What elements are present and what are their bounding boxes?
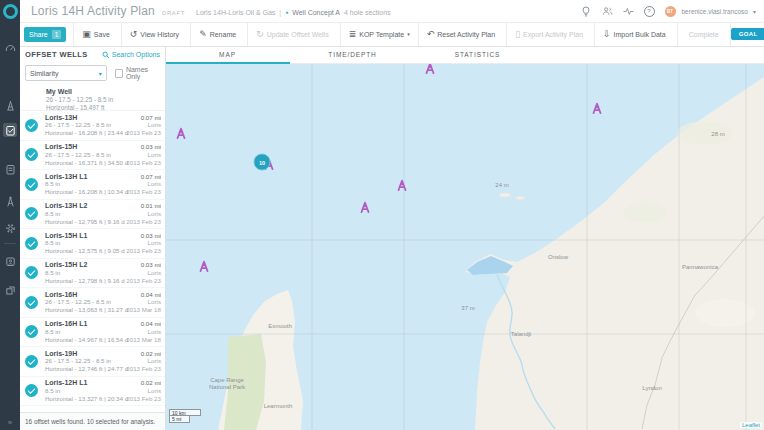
well-selected-check-icon[interactable] — [25, 148, 38, 161]
engineering-compass-icon[interactable] — [0, 190, 20, 212]
map-area: MAP TIME/DEPTH STATISTICS — [165, 46, 764, 430]
user-menu-chevron-icon[interactable]: ▾ — [753, 8, 756, 15]
tips-lightbulb-icon[interactable] — [581, 6, 592, 17]
toolbar-button[interactable]: Complete — [677, 22, 731, 46]
well-detail: Horizontal - 12,746 ft | 24.77 d — [45, 365, 126, 373]
well-selected-check-icon[interactable] — [25, 266, 38, 279]
app-header: Loris 14H Activity Plan DRAFT Loris 14H-… — [0, 0, 764, 23]
well-spud-date: 2013 Mar 18 — [126, 306, 161, 314]
well-selected-check-icon[interactable] — [25, 207, 38, 220]
offset-wells-footer: 16 offset wells found. 10 selected for a… — [20, 412, 165, 430]
well-cluster-marker[interactable]: 10 — [254, 154, 271, 171]
names-only-checkbox[interactable] — [115, 69, 123, 78]
map-view-tab[interactable]: STATISTICS — [415, 46, 540, 63]
toolbar-button-label: Save — [94, 31, 110, 38]
well-selected-check-icon[interactable] — [25, 384, 38, 397]
scheduler-icon[interactable] — [0, 250, 20, 272]
well-name: Loris-13H L2 — [45, 202, 126, 210]
toolbar-button[interactable]: ✎ Rename — [190, 22, 247, 46]
well-detail: Horizontal - 14,967 ft | 16.54 d — [45, 336, 126, 344]
toolbar-button-icon: ↺ — [130, 30, 138, 39]
offset-well-row[interactable]: Loris-13H L1 8.5 in Horizontal - 16,208 … — [20, 170, 165, 200]
breadcrumb-well: Loris 14H-Loris Oil & Gas — [196, 9, 275, 16]
well-spud-date: 2013 Feb 23 — [126, 129, 161, 137]
names-only-toggle[interactable]: Names Only — [115, 66, 160, 80]
dashboard-icon[interactable] — [0, 37, 20, 59]
avatar[interactable]: BT — [665, 6, 676, 17]
well-marker-derrick-icon[interactable] — [396, 178, 408, 196]
well-spud-date: 2013 Feb 23 — [126, 277, 161, 285]
map-view-tab[interactable]: TIME/DEPTH — [290, 46, 415, 63]
activity-plan-icon[interactable] — [3, 123, 17, 137]
well-name: Loris-13H — [45, 114, 126, 122]
well-marker-derrick-icon[interactable] — [424, 63, 436, 79]
toolbar-button-icon: ⇩ — [603, 30, 611, 39]
well-spud-date: 2013 Feb 23 — [126, 218, 161, 226]
concept-dot-icon: ● — [285, 9, 288, 15]
well-field: Loris — [126, 298, 161, 306]
toolbar-button-icon: ▯ — [515, 30, 520, 39]
well-selected-check-icon[interactable] — [25, 296, 38, 309]
offset-well-row[interactable]: Loris-15H 26 - 17.5 - 12.25 - 8.5 in Hor… — [20, 141, 165, 171]
offset-wells-controls: Similarity ▾ Names Only — [25, 63, 160, 83]
toolbar-button[interactable]: ▣ Save — [73, 22, 120, 46]
map-canvas[interactable]: Onslow Pannawonica Talandji Lyndon Exmou… — [165, 63, 764, 430]
well-selected-check-icon[interactable] — [25, 178, 38, 191]
settings-gear-icon[interactable] — [0, 217, 20, 239]
well-selected-check-icon[interactable] — [25, 325, 38, 338]
well-sizes: 8.5 in — [45, 239, 126, 247]
well-selected-check-icon[interactable] — [25, 119, 38, 132]
well-selected-check-icon[interactable] — [25, 237, 38, 250]
reports-icon[interactable] — [0, 158, 20, 180]
well-detail: Horizontal - 12,798 ft | 9.16 d — [45, 277, 126, 285]
sort-similarity-dropdown[interactable]: Similarity ▾ — [25, 65, 107, 81]
well-marker-derrick-icon[interactable] — [359, 200, 371, 218]
names-only-label: Names Only — [126, 66, 160, 80]
projects-grid-icon[interactable] — [0, 279, 20, 301]
my-well-item[interactable]: My Well 26 - 17.5 - 12.25 - 8.5 in Horiz… — [46, 88, 161, 112]
toolbar-button[interactable]: ▯ Export Activity Plan — [506, 22, 594, 46]
toolbar-button[interactable]: ↺ View History — [121, 22, 190, 46]
well-marker-derrick-icon[interactable] — [175, 126, 187, 144]
collaborators-icon[interactable] — [602, 6, 613, 17]
hole-sections-label: 4 hole sections — [344, 9, 391, 16]
toolbar-button-label: Export Activity Plan — [523, 31, 583, 38]
offset-well-row[interactable]: Loris-12H L1 8.5 in Horizontal - 13,327 … — [20, 377, 165, 407]
map-view-tab[interactable]: MAP — [165, 46, 290, 63]
well-spud-date: 2013 Feb 23 — [126, 365, 161, 373]
offset-well-row[interactable]: Loris-19H 26 - 17.5 - 12.25 - 8.5 in Hor… — [20, 347, 165, 377]
help-icon[interactable]: ? — [644, 6, 655, 17]
well-selected-check-icon[interactable] — [25, 355, 38, 368]
toolbar-button-label: Rename — [210, 31, 236, 38]
chevron-down-icon: ▾ — [99, 70, 102, 77]
offset-well-row[interactable]: Loris-13H L2 8.5 in Horizontal - 12,795 … — [20, 200, 165, 230]
toolbar-button-icon: ↻ — [256, 30, 264, 39]
well-detail: Horizontal - 12,575 ft | 9.05 d — [45, 247, 126, 255]
app-logo[interactable] — [0, 0, 20, 22]
well-marker-derrick-icon[interactable] — [591, 101, 603, 119]
activity-pulse-icon[interactable] — [623, 6, 634, 17]
offset-well-row[interactable]: Loris-16H L1 8.5 in Horizontal - 14,967 … — [20, 318, 165, 348]
map-attribution-link[interactable]: Leaflet — [740, 422, 762, 428]
goal-toggle-button[interactable]: GOAL — [731, 28, 764, 40]
well-sizes: 26 - 17.5 - 12.25 - 8.5 in — [45, 151, 126, 159]
offset-well-row[interactable]: Loris-16H 26 - 17.5 - 12.25 - 8.5 in Hor… — [20, 288, 165, 318]
well-marker-derrick-icon[interactable] — [198, 259, 210, 277]
share-button[interactable]: Share 1 — [24, 27, 66, 42]
rail-expand-chevrons-icon[interactable]: » — [0, 418, 20, 427]
toolbar-button[interactable]: ≣ KOP Template ▾ — [340, 22, 418, 46]
well-distance: 0.02 mi — [126, 379, 161, 387]
offset-well-row[interactable]: Loris-15H L2 8.5 in Horizontal - 12,798 … — [20, 259, 165, 289]
toolbar-button[interactable]: ↻ Update Offset Wells — [247, 22, 340, 46]
toolbar-button[interactable]: ⇩ Import Bulk Data — [594, 22, 677, 46]
well-name: Loris-15H — [45, 143, 126, 151]
breadcrumb-concept[interactable]: Well Concept A — [292, 9, 340, 16]
sort-similarity-value: Similarity — [30, 70, 58, 77]
well-derrick-icon[interactable] — [0, 94, 20, 116]
map-basemap — [165, 63, 764, 430]
nav-rail: » — [0, 22, 20, 430]
toolbar-button[interactable]: ↶ Reset Activity Plan — [418, 22, 507, 46]
offset-well-row[interactable]: Loris-13H 26 - 17.5 - 12.25 - 8.5 in Hor… — [20, 111, 165, 141]
offset-well-row[interactable]: Loris-15H L1 8.5 in Horizontal - 12,575 … — [20, 229, 165, 259]
search-options-link[interactable]: Search Options — [102, 51, 160, 59]
